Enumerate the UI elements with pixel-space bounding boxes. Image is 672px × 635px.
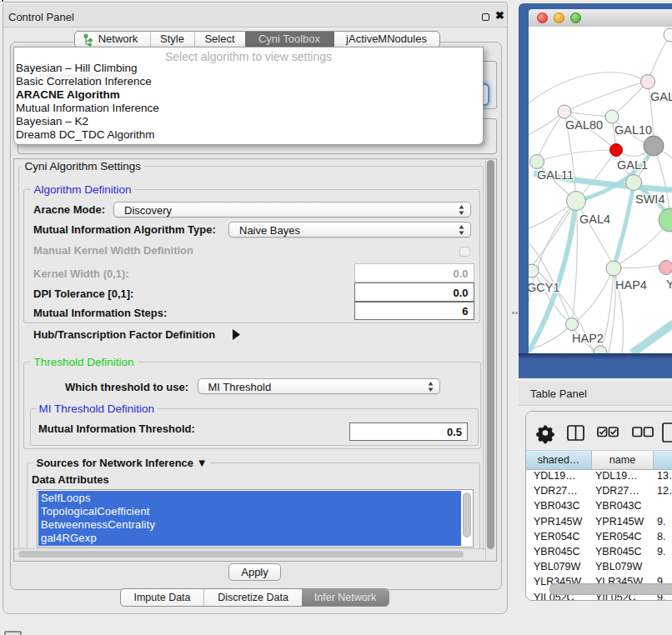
svg-text:GCY1: GCY1 bbox=[529, 281, 560, 294]
svg-text:HAP4: HAP4 bbox=[615, 278, 647, 292]
svg-text:HAP2: HAP2 bbox=[572, 332, 604, 345]
svg-text:GAL4: GAL4 bbox=[579, 212, 610, 226]
svg-text:GAL1: GAL1 bbox=[617, 158, 648, 172]
svg-text:GAL10: GAL10 bbox=[614, 123, 652, 137]
svg-text:GAL2: GAL2 bbox=[650, 90, 672, 103]
svg-text:YP: YP bbox=[666, 278, 672, 291]
svg-text:GAL80: GAL80 bbox=[565, 118, 603, 132]
svg-text:SWI4: SWI4 bbox=[635, 192, 664, 206]
svg-text:GAL11: GAL11 bbox=[537, 168, 574, 182]
